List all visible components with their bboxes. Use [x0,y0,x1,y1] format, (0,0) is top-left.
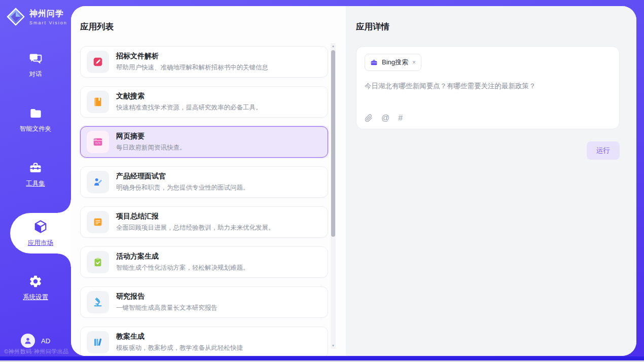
edit-note-icon [92,56,103,67]
scroll-down-icon[interactable]: ▼ [332,343,335,349]
app-name: 文献搜索 [116,92,262,101]
bottom-bar [0,356,644,360]
app-desc: 每日政府新闻资讯快查。 [116,143,186,152]
list-item-event-plan[interactable]: 活动方案生成 智能生成个性化活动方案，轻松解决规划难题。 [80,246,328,278]
app-desc: 模板驱动，教案秒成，教学准备从此轻松快捷 [116,344,243,352]
chat-icon [29,52,43,65]
app-name: 招标文件解析 [116,52,268,61]
user-account[interactable]: AD [0,334,71,348]
toolbox-icon [28,161,43,175]
report-note-icon [92,216,103,228]
run-button[interactable]: 运行 [587,141,620,160]
app-list: 招标文件解析 帮助用户快速、准确地理解和解析招标书中的关键信息 文献搜索 快速精… [80,46,346,356]
icon-tile [87,211,109,233]
paperclip-icon[interactable] [365,114,373,122]
brand-name: 神州问学 [29,9,67,19]
app-list-title: 应用列表 [80,21,346,32]
sidebar-item-label: 系统设置 [23,293,48,302]
list-item-lesson-plan[interactable]: 教案生成 模板驱动，教案秒成，教学准备从此轻松快捷 [80,327,328,356]
app-desc: 智能生成个性化活动方案，轻松解决规划难题。 [116,264,249,272]
prompt-composer[interactable]: Bing搜索 × 今日湖北有哪些新闻要点？有哪些需要关注的最新政策？ @ # [356,46,620,129]
webpage-code-icon: </> [92,136,103,148]
scroll-up-icon[interactable]: ▲ [332,43,335,49]
app-detail-panel: 应用详情 Bing搜索 × 今日湖北有哪些新闻要点？有哪些需要关注的最新政策？ … [346,6,636,356]
brand-tagline: Smart Vision [29,20,67,25]
tool-chip-label: Bing搜索 [382,58,408,67]
sidebar-item-label: 应用市场 [28,239,53,247]
icon-tile [87,291,109,313]
cube-icon [33,219,48,234]
app-desc: 全面回顾项目进展，总结经验教训，助力未来优化发展。 [116,224,275,232]
app-desc: 明确身份和职责，为您提供专业性的面试问题。 [116,184,249,192]
app-detail-title: 应用详情 [356,21,620,32]
prompt-input[interactable]: 今日湖北有哪些新闻要点？有哪些需要关注的最新政策？ [365,82,611,91]
sidebar-item-label: 工具集 [26,179,45,188]
clipboard-check-icon [92,257,103,268]
briefcase-icon [370,59,378,66]
app-name: 项目总结汇报 [116,212,275,221]
sidebar-item-app-market[interactable]: 应用市场 [10,213,71,254]
sidebar: 神州问学 Smart Vision 对话 智能文件夹 [0,0,71,362]
sidebar-nav: 对话 智能文件夹 工具集 应用市场 [0,49,71,327]
gear-icon [28,274,43,288]
sidebar-item-chat[interactable]: 对话 [0,49,71,81]
app-name: 网页摘要 [116,132,186,141]
scrollbar-thumb[interactable] [331,50,335,237]
main-content: 应用列表 招标文件解析 帮助用户快速、准确地理解和解析招标书中的关键信息 [71,6,636,356]
list-item-webpage-summary[interactable]: </> 网页摘要 每日政府新闻资讯快查。 [80,126,328,158]
folder-icon [29,106,43,120]
sidebar-item-label: 智能文件夹 [20,125,52,133]
interviewer-icon [92,176,103,188]
scrollbar[interactable]: ▲ ▼ [331,43,336,349]
icon-tile [87,51,109,73]
sidebar-item-smart-folder[interactable]: 智能文件夹 [0,103,71,136]
icon-tile [87,91,109,113]
app-desc: 帮助用户快速、准确地理解和解析招标书中的关键信息 [116,63,268,72]
composer-toolbar: @ # [365,114,403,123]
book-icon [92,96,103,107]
app-desc: 快速精准查找学术资源，提高研究效率的必备工具。 [116,103,262,112]
brand: 神州问学 Smart Vision [0,0,71,26]
user-name: AD [41,337,50,345]
sidebar-item-toolset[interactable]: 工具集 [0,158,71,191]
icon-tile [87,331,109,353]
sidebar-item-label: 对话 [29,70,42,79]
tool-chip-bing-search[interactable]: Bing搜索 × [365,54,421,71]
copyright-footer: ©神州数码·神州问学出品 [4,348,69,355]
mention-icon[interactable]: @ [381,114,389,123]
app-name: 活动方案生成 [116,252,249,261]
list-item-research-report[interactable]: 研究报告 一键智能生成高质量长文本研究报告 [80,286,328,318]
list-item-project-summary[interactable]: 项目总结汇报 全面回顾项目进展，总结经验教训，助力未来优化发展。 [80,206,328,238]
person-icon [23,336,32,345]
microscope-icon [92,297,103,308]
brand-logo-icon [6,7,25,26]
svg-text:</>: </> [95,141,101,144]
app-list-panel: 应用列表 招标文件解析 帮助用户快速、准确地理解和解析招标书中的关键信息 [71,6,346,356]
list-item-bid-analysis[interactable]: 招标文件解析 帮助用户快速、准确地理解和解析招标书中的关键信息 [80,46,328,78]
hash-icon[interactable]: # [398,114,403,123]
app-name: 研究报告 [116,292,218,301]
books-icon [92,337,103,348]
avatar [21,334,35,348]
chip-close-icon[interactable]: × [412,59,416,66]
app-name: 教案生成 [116,332,243,341]
icon-tile [87,251,109,273]
app-desc: 一键智能生成高质量长文本研究报告 [116,304,218,312]
sidebar-item-settings[interactable]: 系统设置 [0,272,71,304]
icon-tile: </> [87,131,109,153]
icon-tile [87,171,109,193]
app-name: 产品经理面试官 [116,172,249,181]
list-item-pm-interviewer[interactable]: 产品经理面试官 明确身份和职责，为您提供专业性的面试问题。 [80,166,328,198]
list-item-literature-search[interactable]: 文献搜索 快速精准查找学术资源，提高研究效率的必备工具。 [80,86,328,118]
